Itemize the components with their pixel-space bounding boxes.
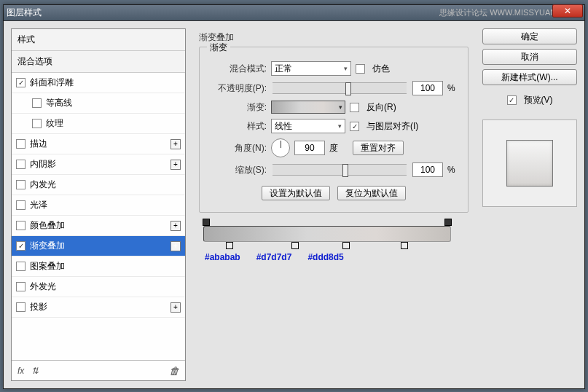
effect-checkbox[interactable] [32, 98, 42, 108]
reorder-icon[interactable]: ⇅ [31, 366, 39, 376]
effect-item-6[interactable]: 光泽 [12, 195, 185, 216]
gradient-editor[interactable]: #ababab #d7d7d7 #ddd8d5 [203, 226, 451, 262]
reverse-checkbox[interactable]: 反向(R) [350, 101, 396, 114]
effect-checkbox[interactable] [16, 160, 26, 169]
effect-checkbox[interactable] [16, 302, 26, 312]
style-select[interactable]: 线性▾ [271, 119, 345, 133]
layer-style-dialog: 图层样式 思缘设计论坛 WWW.MISSYUAN.COM ✕ 样式 混合选项 斜… [3, 4, 585, 389]
scale-label: 缩放(S): [210, 164, 267, 176]
effect-label: 斜面和浮雕 [30, 77, 74, 89]
add-effect-icon[interactable]: + [170, 139, 181, 149]
cancel-button[interactable]: 取消 [482, 49, 577, 65]
effect-checkbox[interactable] [16, 241, 26, 251]
options-panel: 渐变叠加 渐变 混合模式: 正常▾ 仿色 不透明度(P): 100 % [192, 28, 477, 381]
add-effect-icon[interactable]: + [170, 302, 181, 313]
close-button[interactable]: ✕ [552, 4, 583, 17]
effect-item-0[interactable]: 斜面和浮雕 [12, 73, 185, 93]
effect-checkbox[interactable] [16, 262, 26, 271]
chevron-down-icon: ▾ [338, 122, 342, 130]
styles-sidebar: 样式 混合选项 斜面和浮雕等高线纹理描边+内阴影+内发光光泽颜色叠加+渐变叠加+… [11, 28, 186, 381]
dialog-buttons: 确定 取消 新建样式(W)... 预览(V) [482, 28, 577, 381]
sidebar-footer: fx ⇅ 🗑 [12, 360, 185, 380]
sidebar-header-blend[interactable]: 混合选项 [12, 51, 185, 73]
ok-button[interactable]: 确定 [482, 28, 577, 44]
effect-item-8[interactable]: 渐变叠加+ [12, 236, 185, 256]
effect-checkbox[interactable] [16, 282, 26, 291]
effect-item-11[interactable]: 投影+ [12, 297, 185, 318]
sidebar-header-styles[interactable]: 样式 [12, 29, 185, 51]
effect-label: 渐变叠加 [30, 240, 65, 252]
effect-item-1[interactable]: 等高线 [12, 93, 185, 114]
gradient-group: 渐变 混合模式: 正常▾ 仿色 不透明度(P): 100 % [199, 47, 469, 213]
effect-label: 描边 [30, 138, 47, 150]
window-title: 图层样式 [7, 7, 439, 19]
effect-item-9[interactable]: 图案叠加 [12, 256, 185, 277]
blend-mode-label: 混合模式: [210, 63, 267, 75]
effect-item-2[interactable]: 纹理 [12, 114, 185, 134]
color-stop[interactable] [226, 242, 233, 249]
effect-label: 内阴影 [30, 158, 56, 170]
angle-label: 角度(N): [210, 142, 267, 154]
effect-label: 图案叠加 [30, 260, 65, 273]
effect-checkbox[interactable] [32, 119, 42, 128]
effect-label: 投影 [30, 301, 47, 313]
fx-icon[interactable]: fx [17, 366, 24, 376]
opacity-slider[interactable] [273, 82, 407, 94]
effect-label: 光泽 [30, 199, 47, 211]
preview-checkbox[interactable]: 预览(V) [482, 94, 577, 106]
close-icon: ✕ [564, 6, 571, 16]
effects-list: 斜面和浮雕等高线纹理描边+内阴影+内发光光泽颜色叠加+渐变叠加+图案叠加外发光投… [12, 73, 185, 360]
align-checkbox[interactable]: 与图层对齐(I) [350, 120, 418, 133]
effect-item-3[interactable]: 描边+ [12, 134, 185, 154]
effect-label: 外发光 [30, 281, 56, 293]
reset-align-button[interactable]: 重置对齐 [353, 141, 404, 155]
color-stop[interactable] [401, 242, 408, 249]
add-effect-icon[interactable]: + [170, 241, 181, 251]
effect-item-4[interactable]: 内阴影+ [12, 154, 185, 175]
blend-mode-select[interactable]: 正常▾ [271, 61, 351, 76]
angle-input[interactable]: 90 [294, 141, 325, 155]
effect-label: 颜色叠加 [30, 219, 65, 232]
reset-default-button[interactable]: 复位为默认值 [337, 186, 406, 200]
effect-item-5[interactable]: 内发光 [12, 175, 185, 195]
group-legend: 渐变 [207, 42, 230, 54]
gradient-picker[interactable]: ▾ [271, 101, 345, 114]
scale-input[interactable]: 100 [412, 162, 443, 177]
scale-slider[interactable] [273, 164, 407, 176]
opacity-stop[interactable] [203, 219, 210, 226]
chevron-down-icon: ▾ [339, 103, 342, 111]
chevron-down-icon: ▾ [344, 65, 348, 72]
set-default-button[interactable]: 设置为默认值 [262, 186, 330, 200]
color-stop[interactable] [291, 242, 299, 249]
dither-checkbox[interactable]: 仿色 [356, 63, 390, 75]
effect-item-7[interactable]: 颜色叠加+ [12, 216, 185, 236]
effect-label: 等高线 [46, 97, 72, 109]
effect-checkbox[interactable] [16, 180, 26, 189]
gradient-bar[interactable] [203, 226, 451, 242]
preview-swatch [506, 140, 553, 187]
titlebar[interactable]: 图层样式 思缘设计论坛 WWW.MISSYUAN.COM ✕ [4, 5, 584, 21]
preview-box [482, 119, 577, 207]
angle-dial[interactable] [271, 138, 290, 157]
color-annotations: #ababab #d7d7d7 #ddd8d5 [203, 252, 451, 262]
effect-checkbox[interactable] [16, 221, 26, 230]
effect-label: 纹理 [46, 117, 63, 130]
opacity-label: 不透明度(P): [210, 82, 267, 95]
add-effect-icon[interactable]: + [170, 221, 181, 231]
opacity-input[interactable]: 100 [412, 81, 443, 95]
panel-title: 渐变叠加 [196, 31, 477, 44]
color-stop[interactable] [342, 242, 350, 249]
add-effect-icon[interactable]: + [170, 160, 181, 170]
effect-item-10[interactable]: 外发光 [12, 277, 185, 297]
effect-checkbox[interactable] [16, 78, 26, 87]
effect-label: 内发光 [30, 179, 56, 191]
style-label: 样式: [210, 120, 267, 133]
gradient-label: 渐变: [210, 101, 267, 114]
opacity-stop[interactable] [444, 219, 452, 226]
trash-icon[interactable]: 🗑 [169, 365, 179, 377]
effect-checkbox[interactable] [16, 139, 26, 149]
new-style-button[interactable]: 新建样式(W)... [482, 69, 577, 85]
effect-checkbox[interactable] [16, 200, 26, 210]
